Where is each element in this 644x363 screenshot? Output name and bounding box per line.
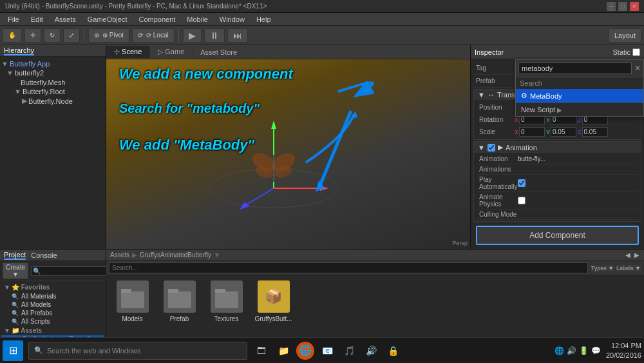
add-component-button[interactable]: Add Component xyxy=(476,226,639,245)
hierarchy-item[interactable]: ▼ Butterfly.Root xyxy=(0,87,106,96)
mail-button[interactable]: 📧 xyxy=(318,342,336,360)
task-view-button[interactable]: 🗔 xyxy=(252,342,270,360)
start-button[interactable]: ⊞ xyxy=(3,340,23,361)
assets-label: 📁 Assets xyxy=(12,327,42,334)
inspector-tab[interactable]: Inspector xyxy=(475,48,504,56)
asset-search-input[interactable] xyxy=(109,262,588,273)
asset-models[interactable]: Models xyxy=(111,280,153,322)
project-tab[interactable]: Project xyxy=(4,251,26,260)
search-input[interactable] xyxy=(518,63,632,74)
scene-viewport[interactable]: Persp We add a new component Search for … xyxy=(106,59,470,249)
filter-type-button[interactable]: Types ▼ xyxy=(591,264,614,272)
static-checkbox[interactable] xyxy=(632,48,640,56)
pivot-button[interactable]: ⊕ ⊕ Pivot xyxy=(88,28,129,43)
notification-icon[interactable]: 💬 xyxy=(591,346,601,355)
menu-edit[interactable]: Edit xyxy=(26,14,48,25)
project-all-materials[interactable]: 🔍 All Materials xyxy=(1,292,104,300)
viewport-tabs: ⊹ Scene ▷ Game Asset Store xyxy=(106,45,470,59)
perspective-label: Persp xyxy=(452,240,468,246)
next-button[interactable]: ▶ xyxy=(634,251,640,259)
menu-component[interactable]: Component xyxy=(133,14,180,25)
minimize-button[interactable]: ─ xyxy=(607,2,616,11)
music-button[interactable]: 🎵 xyxy=(340,342,358,360)
anim-physics-row: Animate Physics xyxy=(477,192,638,210)
hierarchy-item[interactable]: ▼ Butterfly App xyxy=(0,59,106,68)
search-clear-button[interactable]: ✕ xyxy=(634,64,641,73)
scale-x[interactable] xyxy=(519,127,545,137)
search-result-new-script[interactable]: New Script ▶ xyxy=(516,103,643,116)
asset-prefab[interactable]: Prefab xyxy=(158,280,200,322)
file-explorer-button[interactable]: 📁 xyxy=(274,342,292,360)
animation-header[interactable]: ▼ ▶ Animation xyxy=(474,142,641,153)
taskbar-search[interactable]: 🔍 Search the web and Windows xyxy=(28,342,247,360)
animation-icon: ▶ xyxy=(498,143,503,152)
game-tab[interactable]: ▷ Game xyxy=(150,46,193,58)
pivot-icon: ⊕ xyxy=(94,32,99,39)
close-button[interactable]: ✕ xyxy=(630,2,639,11)
asset-textures[interactable]: Textures xyxy=(205,280,247,322)
scene-tab[interactable]: ⊹ Scene xyxy=(106,46,150,58)
project-all-prefabs[interactable]: 🔍 All Prefabs xyxy=(1,309,104,317)
browser-button[interactable]: 🌐 xyxy=(296,342,314,360)
battery-icon[interactable]: 🔋 xyxy=(579,346,589,355)
search-header: Search xyxy=(516,77,643,89)
step-button[interactable]: ⏭ xyxy=(227,28,248,43)
window-controls: ─ □ ✕ xyxy=(607,2,639,11)
local-button[interactable]: ⟳ ⟳ Local xyxy=(132,28,175,43)
network-icon[interactable]: 🌐 xyxy=(554,346,564,355)
expand-icon: ▼ xyxy=(478,91,485,99)
hierarchy-item[interactable]: ▶ Butterfly.Node xyxy=(0,96,106,106)
scale-tool[interactable]: ⤢ xyxy=(63,28,80,43)
breadcrumb-gruffys[interactable]: GruffysAnimatedButterfly xyxy=(140,251,211,259)
search-result-metabody[interactable]: ⚙ MetaBody xyxy=(516,89,643,103)
scale-label: Scale xyxy=(479,128,515,135)
breadcrumb-assets[interactable]: Assets xyxy=(110,251,129,259)
hierarchy-item[interactable]: ▶ Butterfly.Mesh xyxy=(0,77,106,87)
volume-icon[interactable]: 🔊 xyxy=(567,346,576,355)
asset-gruffysbutt[interactable]: 📦 GruffysButt... xyxy=(252,280,294,322)
prev-button[interactable]: ◀ xyxy=(625,251,631,259)
play-auto-checkbox[interactable] xyxy=(518,179,526,187)
scale-z[interactable] xyxy=(582,127,608,137)
system-tray: 🌐 🔊 🔋 💬 xyxy=(554,346,601,355)
svg-rect-18 xyxy=(168,289,178,293)
hierarchy-tab[interactable]: Hierarchy xyxy=(4,46,34,55)
move-tool[interactable]: ✛ xyxy=(24,28,41,43)
maximize-button[interactable]: □ xyxy=(618,2,627,11)
prefab-label: Prefab xyxy=(170,315,189,322)
play-auto-label: Play Automatically xyxy=(479,176,518,190)
hierarchy-item[interactable]: ▼ butterfly2 xyxy=(0,68,106,77)
filter-labels-button[interactable]: Labels ▼ xyxy=(616,264,641,272)
menu-mobile[interactable]: Mobile xyxy=(182,14,213,25)
rotation-label: Rotation xyxy=(479,116,515,123)
media-button[interactable]: 🔊 xyxy=(362,342,380,360)
play-button[interactable]: ▶ xyxy=(183,28,202,43)
rotate-tool[interactable]: ↻ xyxy=(44,28,61,43)
project-all-models[interactable]: 🔍 All Models xyxy=(1,300,104,309)
scale-y[interactable] xyxy=(551,127,576,137)
svg-rect-17 xyxy=(168,291,191,308)
menu-assets[interactable]: Assets xyxy=(50,14,81,25)
pause-button[interactable]: ⏸ xyxy=(204,28,225,43)
static-label: Static xyxy=(612,48,630,56)
menu-file[interactable]: File xyxy=(3,14,24,25)
search-icon: 🔍 xyxy=(12,319,19,325)
menu-help[interactable]: Help xyxy=(251,14,276,25)
animation-enabled[interactable] xyxy=(488,144,495,152)
menu-gameobject[interactable]: GameObject xyxy=(82,14,133,25)
svg-marker-6 xyxy=(240,202,249,210)
hand-tool[interactable]: ✋ xyxy=(3,28,22,43)
project-all-scripts[interactable]: 🔍 All Scripts xyxy=(1,317,104,326)
project-search[interactable] xyxy=(31,266,117,276)
search-icon: 🔍 xyxy=(12,302,19,308)
layout-button[interactable]: Layout xyxy=(609,28,641,43)
create-button[interactable]: Create ▼ xyxy=(3,262,28,279)
menu-window[interactable]: Window xyxy=(214,14,250,25)
arrow-icon: ▶ xyxy=(557,106,562,113)
console-tab[interactable]: Console xyxy=(31,251,57,259)
animate-physics-checkbox[interactable] xyxy=(518,197,526,204)
asset-store-tab[interactable]: Asset Store xyxy=(193,46,245,58)
app-button[interactable]: 🔒 xyxy=(384,342,402,360)
main-area: Hierarchy ▼ Butterfly App ▼ butterfly2 ▶… xyxy=(0,45,644,249)
favorites-label: ⭐ Favorites xyxy=(12,284,50,291)
